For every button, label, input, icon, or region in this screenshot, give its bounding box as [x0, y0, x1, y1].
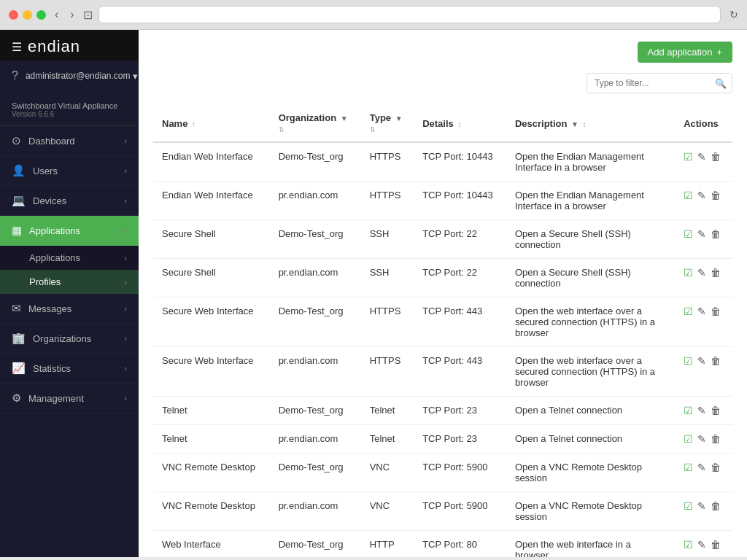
cell-type: HTTPS [361, 142, 414, 182]
cell-type: SSH [361, 259, 414, 298]
users-label: Users [33, 166, 58, 176]
col-type[interactable]: Type ▼ ⇅ [361, 105, 414, 142]
cell-type: HTTP [361, 531, 414, 558]
organization-filter-icon: ▼ [341, 114, 348, 122]
help-icon[interactable]: ? [12, 69, 18, 82]
nav-item-organizations[interactable]: 🏢 Organizations › [0, 324, 139, 354]
cell-details: TCP Port: 5900 [414, 492, 506, 531]
organizations-label: Organizations [33, 333, 91, 344]
nav-item-devices[interactable]: 💻 Devices › [0, 186, 139, 216]
app-layout: ☰ endian ? administrator@endian.com ▾ Sw… [0, 30, 747, 557]
delete-icon[interactable]: 🗑 [711, 355, 721, 367]
activate-icon[interactable]: ☑ [684, 228, 693, 240]
col-details[interactable]: Details ↕ [414, 105, 506, 142]
nav-item-dashboard[interactable]: ⊙ Dashboard › [0, 126, 139, 156]
address-bar-wrap [98, 6, 721, 23]
cell-description: Open the Endian Management Interface in … [506, 142, 675, 182]
user-dropdown[interactable]: administrator@endian.com ▾ [26, 71, 139, 82]
sidebar-topbar: ? administrator@endian.com ▾ [0, 61, 139, 91]
description-filter-icon: ▼ [571, 120, 578, 128]
cell-type: HTTPS [361, 182, 414, 220]
statistics-arrow: › [124, 364, 127, 373]
nav-sub-item-applications[interactable]: Applications › [0, 246, 139, 270]
nav-sub-item-profiles[interactable]: Profiles › [0, 270, 139, 294]
filter-input[interactable] [587, 73, 732, 93]
edit-icon[interactable]: ✎ [697, 405, 706, 416]
edit-icon[interactable]: ✎ [697, 355, 706, 367]
close-button[interactable] [9, 10, 18, 20]
cell-name: Web Interface [153, 531, 270, 558]
activate-icon[interactable]: ☑ [684, 405, 693, 416]
delete-icon[interactable]: 🗑 [711, 462, 721, 473]
sub-profiles-arrow: › [124, 278, 127, 287]
nav-item-statistics[interactable]: 📈 Statistics › [0, 354, 139, 384]
edit-icon[interactable]: ✎ [697, 306, 706, 317]
back-button[interactable]: ‹ [52, 7, 61, 23]
delete-icon[interactable]: 🗑 [711, 500, 721, 512]
table-row: Telnet Demo-Test_org Telnet TCP Port: 23… [153, 397, 732, 425]
activate-icon[interactable]: ☑ [684, 267, 693, 279]
sidebar-brand: Switchboard Virtual Appliance Version 6.… [0, 91, 139, 126]
maximize-button[interactable] [36, 10, 46, 20]
nav-item-applications[interactable]: ▦ Applications ∨ [0, 216, 139, 246]
cell-organization: pr.endian.com [270, 492, 361, 531]
activate-icon[interactable]: ☑ [684, 500, 693, 512]
cell-description: Open the Endian Management Interface in … [506, 182, 675, 220]
minimize-button[interactable] [23, 10, 32, 20]
delete-icon[interactable]: 🗑 [711, 405, 721, 416]
activate-icon[interactable]: ☑ [684, 539, 693, 551]
cell-organization: pr.endian.com [270, 425, 361, 454]
applications-table: Name ↑ Organization ▼ ⇅ Type ▼ ⇅ [153, 105, 732, 557]
sidebar-toggle-button[interactable]: ⊡ [83, 8, 93, 22]
activate-icon[interactable]: ☑ [684, 462, 693, 473]
delete-icon[interactable]: 🗑 [711, 228, 721, 240]
devices-label: Devices [33, 195, 66, 206]
messages-arrow: › [124, 304, 127, 313]
edit-icon[interactable]: ✎ [697, 433, 706, 445]
edit-icon[interactable]: ✎ [697, 462, 706, 473]
address-bar[interactable] [98, 6, 721, 23]
edit-icon[interactable]: ✎ [697, 267, 706, 279]
nav-item-users[interactable]: 👤 Users › [0, 156, 139, 186]
delete-icon[interactable]: 🗑 [711, 539, 721, 551]
col-details-label: Details [422, 118, 454, 129]
forward-button[interactable]: › [67, 7, 77, 23]
cell-name: Telnet [153, 425, 270, 454]
delete-icon[interactable]: 🗑 [711, 151, 721, 163]
cell-name: Endian Web Interface [153, 142, 270, 182]
cell-actions: ☑ ✎ 🗑 [675, 182, 732, 220]
edit-icon[interactable]: ✎ [697, 151, 706, 163]
delete-icon[interactable]: 🗑 [711, 306, 721, 317]
type-filter-icon: ▼ [395, 114, 403, 122]
col-organization[interactable]: Organization ▼ ⇅ [270, 105, 361, 142]
cell-type: HTTPS [361, 347, 414, 397]
activate-icon[interactable]: ☑ [684, 151, 693, 163]
cell-description: Open a Secure Shell (SSH) connection [506, 259, 675, 298]
hamburger-icon[interactable]: ☰ [12, 40, 22, 54]
sub-applications-label: Applications [29, 252, 80, 263]
cell-actions: ☑ ✎ 🗑 [675, 347, 732, 397]
cell-name: VNC Remote Desktop [153, 454, 270, 492]
cell-details: TCP Port: 23 [414, 425, 506, 454]
cell-details: TCP Port: 5900 [414, 454, 506, 492]
edit-icon[interactable]: ✎ [697, 539, 706, 551]
refresh-button[interactable]: ↻ [729, 9, 738, 20]
delete-icon[interactable]: 🗑 [711, 267, 721, 279]
edit-icon[interactable]: ✎ [697, 500, 706, 512]
filter-wrap: 🔍 [587, 73, 732, 93]
activate-icon[interactable]: ☑ [684, 355, 693, 367]
cell-description: Open a VNC Remote Desktop session [506, 454, 675, 492]
activate-icon[interactable]: ☑ [684, 306, 693, 317]
nav-item-management[interactable]: ⚙ Management › [0, 384, 139, 413]
activate-icon[interactable]: ☑ [684, 190, 693, 201]
add-application-button[interactable]: Add application + [638, 42, 733, 63]
nav-item-messages[interactable]: ✉ Messages › [0, 294, 139, 324]
delete-icon[interactable]: 🗑 [711, 433, 721, 445]
col-name[interactable]: Name ↑ [153, 105, 270, 142]
delete-icon[interactable]: 🗑 [711, 190, 721, 201]
cell-name: VNC Remote Desktop [153, 492, 270, 531]
edit-icon[interactable]: ✎ [697, 228, 706, 240]
activate-icon[interactable]: ☑ [684, 433, 693, 445]
col-description[interactable]: Description ▼ ↕ [506, 105, 675, 142]
edit-icon[interactable]: ✎ [697, 190, 706, 201]
